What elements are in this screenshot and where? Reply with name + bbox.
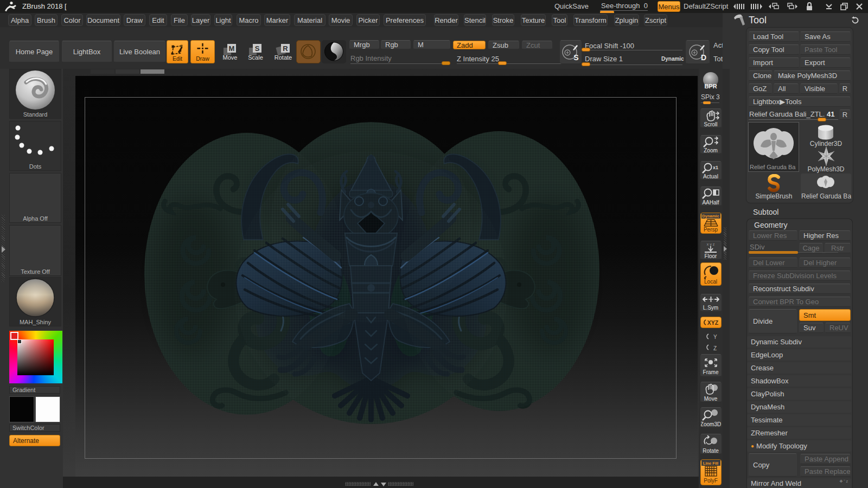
svg-text:D: D bbox=[701, 53, 706, 62]
svg-text:L.Sym: L.Sym bbox=[703, 305, 718, 311]
svg-text:x y z: x y z bbox=[707, 242, 715, 247]
svg-text:BPR: BPR bbox=[704, 83, 717, 89]
svg-text:S: S bbox=[255, 44, 260, 53]
svg-text:Scale: Scale bbox=[248, 54, 263, 61]
svg-text:Zoom3D: Zoom3D bbox=[701, 421, 721, 427]
svg-text:AAHalf: AAHalf bbox=[702, 200, 719, 206]
svg-text:Actual: Actual bbox=[703, 174, 718, 179]
svg-text:Zoom: Zoom bbox=[704, 147, 718, 153]
svg-text:XYZ: XYZ bbox=[707, 319, 719, 326]
svg-text:Scroll: Scroll bbox=[704, 121, 717, 127]
svg-text:Edit: Edit bbox=[173, 56, 182, 62]
svg-text:Move: Move bbox=[223, 54, 238, 61]
svg-text:Rotate: Rotate bbox=[703, 448, 719, 454]
svg-text:Persp: Persp bbox=[704, 227, 718, 233]
svg-text:PolyF: PolyF bbox=[704, 478, 718, 484]
svg-text:Draw: Draw bbox=[196, 55, 209, 62]
svg-text:S: S bbox=[573, 53, 578, 62]
svg-text:Y: Y bbox=[713, 334, 717, 340]
svg-text:Floor: Floor bbox=[705, 253, 717, 259]
svg-text:Move: Move bbox=[704, 396, 718, 402]
svg-text:M: M bbox=[229, 44, 235, 53]
svg-text:x1: x1 bbox=[713, 165, 718, 170]
svg-text:Line Fill: Line Fill bbox=[703, 461, 718, 466]
svg-text:Rotate: Rotate bbox=[275, 54, 292, 61]
svg-text:Frame: Frame bbox=[703, 369, 719, 375]
svg-text:R: R bbox=[283, 44, 288, 53]
svg-text:Z: Z bbox=[713, 345, 717, 351]
svg-text:Dynamic: Dynamic bbox=[702, 214, 719, 219]
svg-text:Local: Local bbox=[704, 279, 717, 285]
